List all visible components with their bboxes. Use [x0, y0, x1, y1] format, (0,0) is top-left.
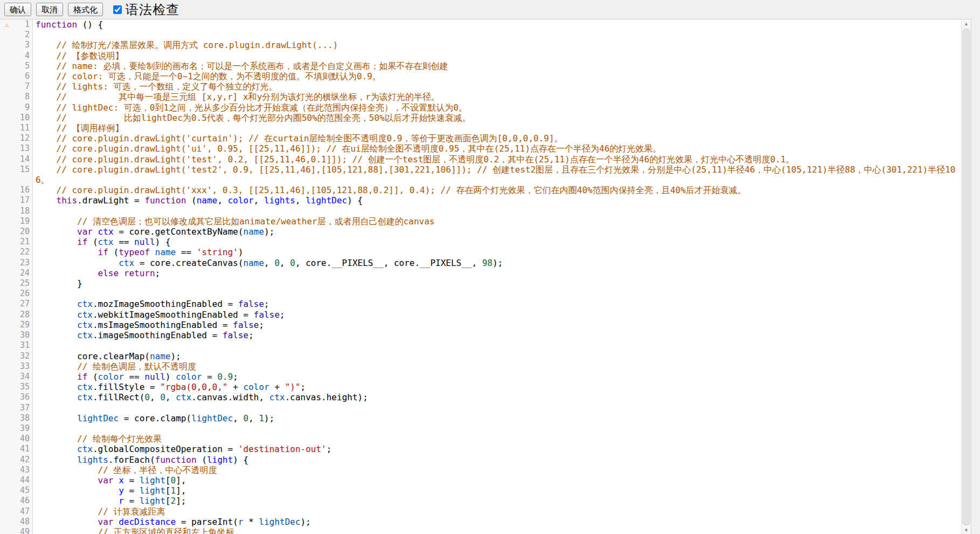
code-line[interactable]: 47 // 计算衰减距离 [0, 506, 962, 517]
line-number: 7 [14, 81, 33, 92]
line-number: 19 [14, 216, 33, 227]
line-number: 14 [14, 154, 33, 165]
code-line[interactable]: 7 // lights: 可选，一个数组，定义了每个独立的灯光。 [0, 81, 962, 92]
gutter-marker [0, 113, 14, 123]
code-line[interactable]: 21 if (ctx == null) { [0, 237, 962, 247]
code-line[interactable]: 16 // core.plugin.drawLight('xxx', 0.3, … [0, 185, 962, 195]
gutter-marker [0, 61, 14, 71]
code-line[interactable]: 19 // 清空色调层；也可以修改成其它层比如animate/weather层，… [0, 216, 962, 227]
code-text: ctx.fillStyle = "rgba(0,0,0," + color + … [33, 382, 962, 392]
line-number: 27 [14, 299, 33, 309]
syntax-check-checkbox[interactable] [113, 5, 122, 14]
code-line[interactable]: 3 // 绘制灯光/漆黑层效果。调用方式 core.plugin.drawLig… [0, 40, 962, 50]
code-text: if (typeof name == 'string') [33, 247, 962, 257]
code-line[interactable]: 14 // core.plugin.drawLight('test', 0.2,… [0, 154, 962, 165]
code-line[interactable]: 39 [0, 423, 962, 434]
code-line[interactable]: 8 // 其中每一项是三元组 [x,y,r] x和y分别为该灯光的横纵坐标，r为… [0, 92, 962, 102]
code-line[interactable]: 23 ctx = core.createCanvas(name, 0, 0, c… [0, 258, 962, 268]
line-number: 23 [14, 258, 33, 268]
code-line[interactable]: 10 // 比如lightDec为0.5代表，每个灯光部分内圈50%的范围全亮，… [0, 113, 962, 123]
code-text: // 坐标，半径，中心不透明度 [33, 465, 962, 475]
code-line[interactable]: 43 // 坐标，半径，中心不透明度 [0, 465, 962, 475]
code-line[interactable]: 44 var x = light[0], [0, 475, 962, 485]
code-line[interactable]: 20 var ctx = core.getContextByName(name)… [0, 227, 962, 237]
code-line[interactable]: 30 ctx.imageSmoothingEnabled = false; [0, 330, 962, 340]
code-line[interactable]: 31 [0, 340, 962, 351]
cancel-button[interactable]: 取消 [36, 3, 63, 16]
code-line[interactable]: 34 if (color == null) color = 0.9; [0, 372, 962, 382]
code-line[interactable]: 46 r = light[2]; [0, 496, 962, 506]
line-number: 41 [14, 444, 33, 454]
gutter-marker [0, 392, 14, 402]
line-number: 47 [14, 506, 33, 517]
code-text: lightDec = core.clamp(lightDec, 0, 1); [33, 413, 962, 423]
gutter-marker [0, 278, 14, 289]
code-line[interactable]: 13 // core.plugin.drawLight('ui', 0.95, … [0, 143, 962, 154]
gutter-marker [0, 455, 14, 465]
line-number: 36 [14, 392, 33, 402]
code-editor[interactable]: ⚠1function () {23 // 绘制灯光/漆黑层效果。调用方式 cor… [0, 19, 971, 534]
code-line[interactable]: 5 // name: 必填，要绘制到的画布名；可以是一个系统画布，或者是个自定义… [0, 61, 962, 71]
scroll-down-icon[interactable]: ▼ [962, 526, 971, 534]
code-text: core.clearMap(name); [33, 351, 962, 361]
gutter-marker [0, 154, 14, 165]
format-button[interactable]: 格式化 [68, 3, 103, 16]
code-line[interactable]: 12 // core.plugin.drawLight('curtain'); … [0, 133, 962, 143]
code-text: else return; [33, 268, 962, 278]
code-lines[interactable]: ⚠1function () {23 // 绘制灯光/漆黑层效果。调用方式 cor… [0, 19, 962, 534]
code-line[interactable]: 15 // core.plugin.drawLight('test2', 0.9… [0, 165, 962, 185]
code-line[interactable]: 26 [0, 289, 962, 299]
gutter-marker [0, 40, 14, 50]
gutter-marker [0, 133, 14, 143]
code-line[interactable]: 4 // 【参数说明】 [0, 51, 962, 61]
code-line[interactable]: 29 ctx.msImageSmoothingEnabled = false; [0, 320, 962, 330]
code-line[interactable]: 40 // 绘制每个灯光效果 [0, 434, 962, 444]
line-number: 33 [14, 361, 33, 372]
code-line[interactable]: 32 core.clearMap(name); [0, 351, 962, 361]
confirm-button[interactable]: 确认 [4, 3, 31, 16]
code-line[interactable]: 38 lightDec = core.clamp(lightDec, 0, 1)… [0, 413, 962, 423]
gutter-marker [0, 185, 14, 195]
line-number: 4 [14, 51, 33, 61]
code-line[interactable]: 2 [0, 30, 962, 40]
code-line[interactable]: 37 [0, 403, 962, 413]
line-number: 35 [14, 382, 33, 392]
code-line[interactable]: 6 // color: 可选，只能是一个0~1之间的数，为不透明度的值。不填则默… [0, 71, 962, 81]
line-number: 38 [14, 413, 33, 423]
code-line[interactable]: 17 this.drawLight = function (name, colo… [0, 195, 962, 206]
code-line[interactable]: 18 [0, 206, 962, 216]
syntax-check-label: 语法检查 [126, 1, 180, 18]
code-line[interactable]: 9 // lightDec: 可选，0到1之间，光从多少百分比才开始衰减（在此范… [0, 102, 962, 113]
code-line[interactable]: 25 } [0, 278, 962, 289]
code-text: // 正方形区域的直径和左上角坐标 [33, 527, 962, 534]
scroll-up-icon[interactable]: ▲ [962, 19, 971, 28]
scrollbar-thumb[interactable] [962, 29, 970, 525]
code-line[interactable]: 36 ctx.fillRect(0, 0, ctx.canvas.width, … [0, 392, 962, 402]
code-text: ctx.webkitImageSmoothingEnabled = false; [33, 310, 962, 320]
code-text: // 计算衰减距离 [33, 506, 962, 517]
code-line[interactable]: 42 lights.forEach(function (light) { [0, 455, 962, 465]
vertical-scrollbar[interactable]: ▲ ▼ [961, 19, 971, 534]
code-text: // 比如lightDec为0.5代表，每个灯光部分内圈50%的范围全亮，50%… [33, 113, 962, 123]
code-line[interactable]: 49 // 正方形区域的直径和左上角坐标 [0, 527, 962, 534]
code-text: function () { [33, 19, 962, 30]
code-line[interactable]: 45 y = light[1], [0, 485, 962, 496]
line-number: 17 [14, 195, 33, 206]
line-number: 26 [14, 289, 33, 299]
toolbar: 确认 取消 格式化 语法检查 [0, 0, 980, 19]
code-line[interactable]: 48 var decDistance = parseInt(r * lightD… [0, 517, 962, 527]
code-line[interactable]: 41 ctx.globalCompositeOperation = 'desti… [0, 444, 962, 454]
code-line[interactable]: 33 // 绘制色调层，默认不透明度 [0, 361, 962, 372]
code-line[interactable]: 22 if (typeof name == 'string') [0, 247, 962, 257]
code-line[interactable]: 28 ctx.webkitImageSmoothingEnabled = fal… [0, 310, 962, 320]
code-line[interactable]: 35 ctx.fillStyle = "rgba(0,0,0," + color… [0, 382, 962, 392]
code-text: var x = light[0], [33, 475, 962, 485]
code-line[interactable]: 24 else return; [0, 268, 962, 278]
gutter-marker [0, 299, 14, 309]
code-text: // core.plugin.drawLight('xxx', 0.3, [[2… [33, 185, 962, 195]
code-text: // 【参数说明】 [33, 51, 962, 61]
code-line[interactable]: ⚠1function () { [0, 19, 962, 30]
code-line[interactable]: 11 // 【调用样例】 [0, 123, 962, 133]
code-line[interactable]: 27 ctx.mozImageSmoothingEnabled = false; [0, 299, 962, 309]
gutter-marker [0, 361, 14, 372]
